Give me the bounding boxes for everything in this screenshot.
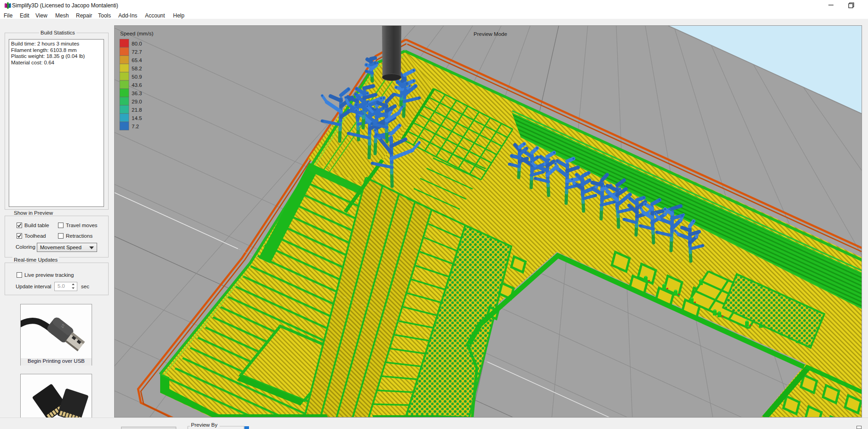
svg-text:21.8: 21.8 xyxy=(132,107,142,113)
svg-text:43.6: 43.6 xyxy=(132,82,142,88)
svg-text:14.5: 14.5 xyxy=(132,115,142,121)
svg-text:36.3: 36.3 xyxy=(132,91,142,96)
svg-text:Preview Mode: Preview Mode xyxy=(474,31,507,37)
svg-text:29.0: 29.0 xyxy=(132,99,142,104)
svg-text:7.2: 7.2 xyxy=(132,124,139,129)
svg-text:58.2: 58.2 xyxy=(132,66,142,71)
svg-text:50.9: 50.9 xyxy=(132,74,142,80)
svg-text:Speed (mm/s): Speed (mm/s) xyxy=(120,31,153,36)
svg-text:65.4: 65.4 xyxy=(132,57,142,63)
svg-text:72.7: 72.7 xyxy=(132,49,142,55)
svg-text:80.0: 80.0 xyxy=(132,41,142,46)
